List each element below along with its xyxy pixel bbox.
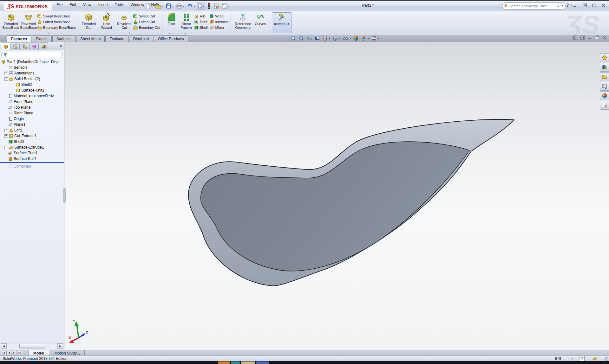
minimize-button[interactable] — [572, 3, 579, 8]
wrap-button[interactable]: Wrap — [209, 14, 228, 18]
display-style-button[interactable]: ▾ — [332, 35, 340, 41]
panel-overflow-chevron[interactable]: » — [60, 44, 62, 48]
fillet-flyout-arrow[interactable]: ▾ — [169, 32, 170, 35]
expand-toggle[interactable] — [4, 165, 7, 168]
instant3d-button[interactable]: Instant3D — [272, 12, 291, 33]
group2-flyout-arrow[interactable]: ▾ — [129, 32, 130, 35]
configurationmanager-tab[interactable] — [20, 42, 29, 50]
tree-item-top-plane[interactable]: Top Plane — [0, 105, 64, 110]
expand-toggle[interactable] — [4, 140, 7, 143]
filter-input[interactable] — [9, 53, 61, 57]
propertymanager-tab[interactable] — [10, 42, 20, 50]
help-status-icon[interactable]: ? — [579, 356, 585, 361]
tree-root-part1[interactable]: Part1 (Default<<Default>_Disp — [0, 59, 64, 65]
design-library-button[interactable] — [600, 63, 609, 72]
tab-features[interactable]: Features — [7, 35, 31, 42]
featuremanager-tree-tab[interactable] — [1, 42, 10, 50]
tree-filter-box[interactable] — [1, 52, 63, 58]
expand-toggle[interactable] — [4, 152, 7, 155]
curves-button[interactable]: Curves — [253, 12, 268, 26]
extruded-boss-base-button[interactable]: Extruded Boss/Base — [2, 12, 20, 29]
tree-item-annotations[interactable]: + A Annotations — [0, 70, 64, 76]
extruded-cut-button[interactable]: Extruded Cut — [80, 12, 98, 29]
save-dropdown[interactable]: ▾ — [172, 5, 174, 8]
tree-horizontal-scrollbar[interactable]: ◀ ▶ — [1, 343, 63, 349]
options-button[interactable]: ▾ — [221, 2, 230, 10]
options-dropdown[interactable]: ▾ — [228, 5, 229, 8]
tree-item-surface-knit1-body[interactable]: Surface-Knit1 — [0, 87, 64, 93]
view-orientation-dropdown[interactable]: ▾ — [329, 37, 330, 40]
units-dropdown-arrow[interactable]: ▲ — [571, 357, 573, 360]
resize-grip[interactable] — [605, 357, 608, 361]
expand-toggle[interactable] — [4, 157, 7, 160]
custom-properties-button[interactable] — [600, 101, 609, 110]
taskbar-thumbnail[interactable] — [218, 361, 230, 364]
taskbar-thumbnail[interactable] — [241, 361, 255, 364]
save-button[interactable]: ▾ — [165, 2, 174, 10]
scroll-left-arrow[interactable]: ◀ — [1, 343, 7, 349]
lofted-cut-button[interactable]: Lofted Cut — [133, 19, 160, 24]
solidworks-resources-button[interactable] — [600, 53, 609, 62]
expand-toggle[interactable]: + — [4, 134, 8, 138]
draft-button[interactable]: Draft — [194, 19, 207, 24]
doc-close-button[interactable] — [602, 35, 606, 40]
displaymanager-tab[interactable] — [39, 42, 48, 50]
tree-item-cut-extrude1[interactable]: + Cut-Extrude1 — [0, 133, 64, 139]
tab-sketch[interactable]: Sketch — [32, 35, 52, 42]
expand-toggle[interactable] — [4, 118, 7, 120]
collapse-right-pane-button[interactable] — [580, 35, 585, 40]
dimxpertmanager-tab[interactable] — [29, 42, 39, 50]
taskbar-thumbnail[interactable] — [256, 361, 269, 364]
model-canvas[interactable] — [64, 42, 609, 350]
panel-splitter-handle[interactable] — [63, 188, 66, 202]
menu-tools[interactable]: Tools — [115, 3, 124, 7]
revolved-boss-base-button[interactable]: Revolved Boss/Base — [20, 12, 37, 29]
knowledge-base-search[interactable]: ▾ — [502, 2, 566, 10]
print-dropdown[interactable]: ▾ — [183, 5, 184, 8]
shell-button[interactable]: Shell — [194, 25, 207, 30]
tree-item-material[interactable]: Material <not specified> — [0, 93, 64, 99]
expand-toggle[interactable] — [4, 100, 7, 103]
expand-toggle[interactable] — [12, 83, 15, 86]
hide-show-dropdown[interactable]: ▾ — [350, 37, 351, 40]
tab-surfaces[interactable]: Surfaces — [52, 35, 75, 42]
expand-toggle[interactable] — [4, 123, 7, 126]
maximize-button[interactable] — [581, 3, 588, 8]
doc-restore-button[interactable] — [595, 35, 599, 40]
expand-toggle[interactable] — [12, 89, 15, 92]
linear-pattern-button[interactable]: Linear Pattern — [178, 12, 194, 29]
fillet-button[interactable]: Fillet — [164, 12, 178, 26]
view-palette-button[interactable] — [600, 82, 609, 91]
tree-item-shell2[interactable]: Shell2 — [0, 139, 64, 144]
mirror-button[interactable]: Mirror — [209, 25, 228, 30]
boundary-cut-button[interactable]: Boundary Cut — [133, 25, 160, 30]
hide-show-items-button[interactable]: ▾ — [343, 35, 351, 41]
next-tab-button[interactable]: ▶ — [12, 351, 17, 355]
edit-appearance-button[interactable] — [353, 35, 359, 41]
undo-button[interactable]: ▾ — [186, 2, 196, 10]
expand-toggle[interactable] — [4, 95, 7, 98]
new-document-button[interactable]: ▾ — [144, 2, 153, 10]
menu-file[interactable]: File — [56, 3, 62, 7]
collapse-left-pane-button[interactable] — [573, 35, 577, 40]
first-tab-button[interactable]: |◀ — [1, 351, 6, 355]
new-document-dropdown[interactable]: ▾ — [151, 5, 153, 8]
expand-toggle[interactable] — [4, 112, 7, 115]
tree-item-plane1[interactable]: Plane1 — [0, 122, 64, 127]
rib-button[interactable]: Rib — [194, 14, 207, 18]
tab-office-products[interactable]: Office Products — [154, 35, 188, 42]
restore-button[interactable] — [591, 3, 598, 8]
scroll-right-arrow[interactable]: ▶ — [57, 343, 63, 349]
appearances-scenes-button[interactable] — [600, 91, 609, 100]
view-settings-button[interactable]: ▾ — [371, 35, 379, 41]
file-properties-button[interactable] — [213, 2, 220, 10]
apply-scene-button[interactable]: ▾ — [361, 35, 369, 41]
apply-scene-dropdown[interactable]: ▾ — [368, 37, 369, 40]
tab-dimxpert[interactable]: DimXpert — [129, 35, 153, 42]
units-indicator[interactable]: IPS — [555, 356, 561, 361]
section-view-button[interactable] — [314, 35, 320, 41]
scrollbar-thumb[interactable] — [19, 344, 45, 348]
tree-item-loft1[interactable]: + Loft1 — [0, 127, 64, 133]
intersect-button[interactable]: Intersect — [209, 19, 228, 24]
swept-cut-button[interactable]: Swept Cut — [133, 14, 160, 18]
